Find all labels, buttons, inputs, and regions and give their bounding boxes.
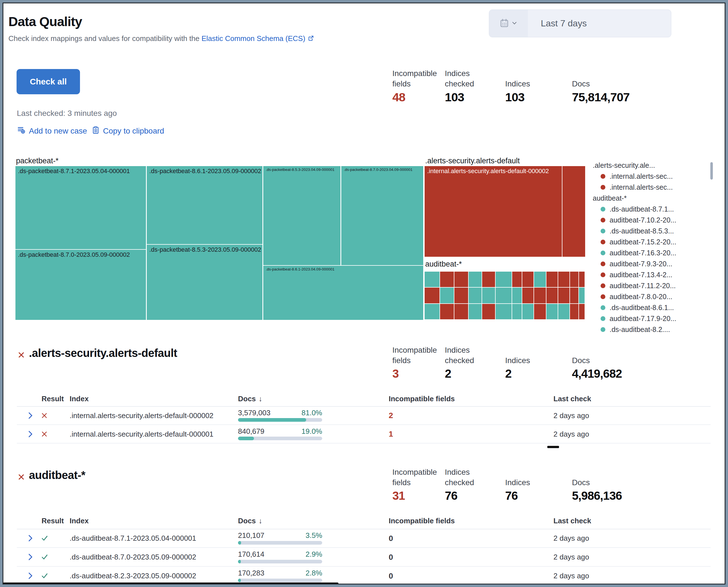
treemap-tile-auditbeat[interactable] [546, 304, 558, 319]
column-header-index[interactable]: Index [70, 517, 89, 525]
add-to-new-case-button[interactable]: Add to new case [17, 126, 87, 136]
stat-value: 2 [505, 367, 567, 380]
treemap-tile-auditbeat[interactable] [496, 288, 512, 303]
treemap-tile-auditbeat[interactable] [496, 272, 512, 287]
docs-progress-fill [238, 418, 306, 422]
column-header-result[interactable]: Result [42, 395, 64, 403]
treemap-tile-auditbeat[interactable] [469, 288, 482, 303]
treemap-tile-auditbeat[interactable] [546, 272, 558, 287]
docs-cell: 3,579,00381.0% [238, 408, 322, 417]
legend-item[interactable]: auditbeat-7.8.0-20... [593, 291, 705, 302]
table-horizontal-scrollbar[interactable] [547, 446, 559, 448]
treemap-tile-auditbeat[interactable] [534, 288, 546, 303]
treemap-tile-auditbeat[interactable] [558, 272, 569, 287]
docs-cell: 840,67919.0% [238, 427, 322, 436]
treemap-tile-auditbeat[interactable] [579, 272, 585, 287]
expand-row-chevron-icon[interactable] [26, 406, 34, 425]
treemap-tile-auditbeat[interactable] [579, 304, 585, 319]
treemap-tile-auditbeat[interactable] [469, 272, 482, 287]
treemap-tile-packetbeat[interactable]: .ds-packetbeat-8.5.3-2023.04.09-000001 [263, 166, 340, 265]
copy-to-clipboard-button[interactable]: Copy to clipboard [92, 126, 164, 136]
docs-progress-track [238, 541, 322, 545]
expand-row-chevron-icon[interactable] [26, 548, 34, 566]
treemap-tile-auditbeat[interactable] [440, 304, 454, 319]
treemap-tile-auditbeat[interactable] [454, 272, 468, 287]
stat-label: Incompatible fields [392, 345, 442, 366]
treemap-tile-auditbeat[interactable] [425, 304, 440, 319]
treemap-tile-auditbeat[interactable] [570, 288, 579, 303]
treemap-tile-packetbeat[interactable]: .ds-packetbeat-8.6.1-2023.04.09-000001 [263, 266, 423, 320]
stat-indices-checked: Indices checked76 [445, 467, 481, 502]
legend-item[interactable]: .internal.alerts-sec... [593, 171, 705, 182]
legend-item[interactable]: .internal.alerts-sec... [593, 182, 705, 193]
treemap-tile-auditbeat[interactable] [534, 272, 546, 287]
legend-item[interactable]: .ds-auditbeat-8.6.1... [593, 302, 705, 313]
date-range-value[interactable]: Last 7 days [528, 10, 671, 37]
treemap-tile-auditbeat[interactable] [454, 304, 468, 319]
legend-item[interactable]: auditbeat-7.13.4-2... [593, 269, 705, 280]
treemap-tile-packetbeat[interactable]: .ds-packetbeat-8.7.1-2023.05.04-000001 [16, 166, 146, 249]
treemap-tile-auditbeat[interactable] [425, 288, 440, 303]
legend-item[interactable]: auditbeat-7.9.3-20... [593, 258, 705, 269]
treemap-tile-auditbeat[interactable] [440, 288, 454, 303]
treemap-tile-auditbeat[interactable] [570, 304, 579, 319]
treemap-tile-auditbeat[interactable] [512, 272, 522, 287]
treemap-tile-auditbeat[interactable] [482, 272, 495, 287]
docs-count: 210,107 [238, 531, 264, 540]
treemap-tile-packetbeat[interactable]: .ds-packetbeat-8.5.3-2023.05.09-000002 [147, 245, 262, 320]
treemap-tile-alerts[interactable]: .internal.alerts-security.alerts-default… [425, 166, 562, 257]
treemap-tile-auditbeat[interactable] [440, 272, 454, 287]
column-header-incompatible-fields[interactable]: Incompatible fields [389, 395, 455, 403]
legend-item[interactable]: auditbeat-7.17.9-20... [593, 313, 705, 324]
date-picker-quick-menu[interactable] [489, 10, 528, 37]
treemap-tile-auditbeat[interactable] [522, 304, 534, 319]
page-horizontal-scrollbar[interactable] [3, 583, 338, 585]
legend-item[interactable]: .ds-auditbeat-8.5.3... [593, 226, 705, 237]
treemap-tile-auditbeat[interactable] [558, 304, 569, 319]
treemap-tile-auditbeat[interactable] [522, 288, 534, 303]
docs-progress-track [238, 560, 322, 563]
legend-item[interactable]: auditbeat-7.16.3-20... [593, 248, 705, 258]
column-header-result[interactable]: Result [42, 517, 64, 525]
legend-item[interactable]: .ds-auditbeat-8.7.1... [593, 204, 705, 215]
treemap-tile-auditbeat[interactable] [482, 304, 495, 319]
treemap-tile-packetbeat[interactable]: .ds-packetbeat-8.7.0-2023.05.09-000002 [16, 250, 146, 320]
treemap-tile-alerts[interactable] [562, 166, 585, 257]
treemap-tile-auditbeat[interactable] [546, 288, 558, 303]
legend-item[interactable]: auditbeat-7.15.2-20... [593, 237, 705, 248]
legend-item[interactable]: auditbeat-7.10.2-20... [593, 215, 705, 226]
treemap-tile-auditbeat[interactable] [454, 288, 468, 303]
treemap-tile-auditbeat[interactable] [570, 272, 579, 287]
treemap-tile-auditbeat[interactable] [482, 288, 495, 303]
legend-item[interactable]: .ds-auditbeat-8.2.... [593, 324, 705, 335]
treemap-tile-auditbeat[interactable] [496, 304, 512, 319]
treemap-tile-auditbeat[interactable] [579, 288, 585, 303]
ecs-link[interactable]: Elastic Common Schema (ECS) [202, 34, 305, 43]
date-range-picker[interactable]: Last 7 days [489, 9, 671, 37]
column-header-last-check[interactable]: Last check [554, 517, 591, 525]
section-fail-x-icon: ✕ [17, 472, 25, 483]
treemap-tile-auditbeat[interactable] [512, 288, 522, 303]
treemap-tile-auditbeat[interactable] [425, 272, 440, 287]
check-all-button[interactable]: Check all [17, 69, 80, 94]
treemap-tile-auditbeat[interactable] [558, 288, 569, 303]
treemap-tile-auditbeat[interactable] [534, 304, 546, 319]
treemap-tile-packetbeat[interactable]: .ds-packetbeat-8.6.1-2023.05.09-000002 [147, 166, 262, 244]
legend-item-label: auditbeat-7.10.2-20... [610, 216, 676, 224]
column-header-last-check[interactable]: Last check [554, 395, 591, 403]
column-header-docs[interactable]: Docs↓ [238, 395, 262, 403]
treemap-tile-auditbeat[interactable] [512, 304, 522, 319]
treemap-tile-auditbeat[interactable] [522, 272, 534, 287]
expand-row-chevron-icon[interactable] [26, 529, 34, 547]
expand-row-chevron-icon[interactable] [26, 425, 34, 443]
last-check-value: 2 days ago [554, 406, 589, 425]
legend-scrollbar-thumb[interactable] [710, 162, 713, 180]
legend-item[interactable]: auditbeat-7.11.2-20... [593, 280, 705, 291]
add-to-case-label: Add to new case [29, 126, 87, 136]
treemap-tile-packetbeat[interactable]: .ds-packetbeat-8.7.0-2023.04.09-000001 [341, 166, 423, 265]
legend-dot-icon [601, 283, 605, 288]
column-header-incompatible-fields[interactable]: Incompatible fields [389, 517, 455, 525]
column-header-docs[interactable]: Docs↓ [238, 517, 262, 525]
column-header-index[interactable]: Index [70, 395, 89, 403]
treemap-tile-auditbeat[interactable] [469, 304, 482, 319]
